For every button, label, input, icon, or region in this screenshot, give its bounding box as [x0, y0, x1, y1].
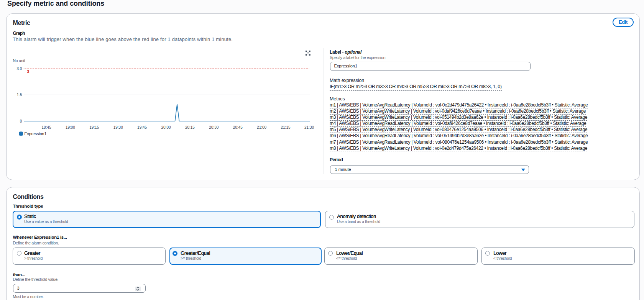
- svg-text:3.0: 3.0: [16, 67, 22, 71]
- svg-text:20:30: 20:30: [209, 125, 219, 130]
- svg-text:19:00: 19:00: [66, 125, 75, 130]
- svg-text:No unit: No unit: [13, 59, 25, 63]
- svg-text:3: 3: [27, 69, 30, 74]
- svg-text:20:15: 20:15: [185, 125, 195, 130]
- svg-text:20:45: 20:45: [233, 125, 243, 130]
- svg-text:0: 0: [20, 119, 22, 123]
- svg-text:21:30: 21:30: [304, 125, 314, 130]
- svg-text:20:00: 20:00: [161, 125, 171, 130]
- svg-text:1.5: 1.5: [16, 93, 22, 97]
- svg-text:18:45: 18:45: [41, 125, 51, 130]
- svg-text:Expression1: Expression1: [25, 131, 47, 136]
- svg-text:19:45: 19:45: [137, 125, 147, 130]
- svg-text:21:00: 21:00: [257, 125, 266, 130]
- svg-text:21:15: 21:15: [281, 125, 290, 130]
- svg-text:19:15: 19:15: [89, 125, 99, 130]
- svg-text:19:30: 19:30: [113, 125, 123, 130]
